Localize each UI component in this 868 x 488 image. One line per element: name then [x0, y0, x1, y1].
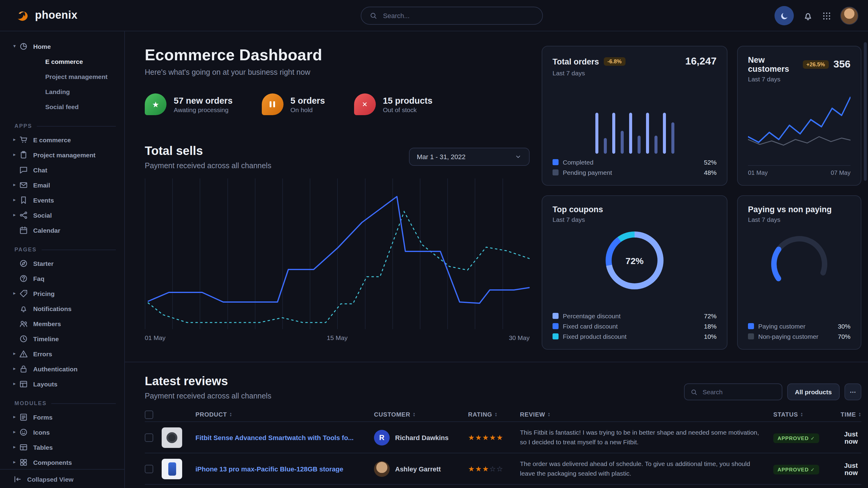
kpi-cards: Total orders -6.8% 16,247 Last 7 days Co… — [542, 46, 861, 350]
notifications-button[interactable] — [803, 10, 813, 21]
sidebar-item-ecommerce-app[interactable]: E commerce — [0, 132, 124, 147]
column-product[interactable]: PRODUCT — [195, 411, 374, 418]
new-customers-chart — [748, 90, 850, 150]
all-products-button[interactable]: All products — [787, 383, 840, 400]
reviews-search-input[interactable] — [701, 388, 775, 396]
global-search-input[interactable] — [382, 11, 534, 20]
sidebar-item-authentication[interactable]: Authentication — [0, 361, 124, 376]
theme-toggle-button[interactable] — [775, 6, 794, 25]
sidebar-item-pricing[interactable]: Pricing — [0, 286, 124, 301]
reviews-table-header: PRODUCT CUSTOMER RATING REVIEW STATUS TI… — [145, 408, 861, 422]
product-thumbnail[interactable] — [162, 427, 182, 448]
coupons-donut-chart: 72% — [606, 231, 663, 289]
product-thumbnail[interactable] — [162, 458, 182, 479]
column-customer[interactable]: CUSTOMER — [374, 411, 468, 418]
collapse-sidebar-button[interactable]: Collapsed View — [0, 469, 124, 488]
users-icon — [19, 319, 28, 328]
reviews-search[interactable] — [684, 383, 782, 400]
date-range-select[interactable]: Mar 1 - 31, 2022 — [409, 148, 530, 166]
moon-icon — [780, 11, 789, 20]
sidebar-item-members[interactable]: Members — [0, 316, 124, 331]
tag-icon — [19, 289, 28, 297]
new-customers-badge: +26.5% — [803, 60, 829, 69]
sidebar-item-chat[interactable]: Chat — [0, 162, 124, 177]
question-icon — [19, 274, 28, 283]
stat-out-of-stock: ✕ 15 productsOut of stock — [354, 93, 433, 115]
sidebar-subitem-project-management[interactable]: Project management — [0, 69, 124, 84]
sidebar-item-home[interactable]: Home — [0, 39, 124, 54]
sidebar-item-email[interactable]: Email — [0, 177, 124, 192]
chevron-down-icon — [515, 153, 522, 160]
apps-grid-button[interactable] — [822, 11, 831, 20]
orders-bar-chart — [553, 76, 717, 159]
sidebar-subitem-social-feed[interactable]: Social feed — [0, 99, 124, 114]
status-badge: APPROVED — [773, 433, 819, 443]
legend-completed: Completed52% — [553, 159, 717, 166]
select-all-checkbox[interactable] — [145, 410, 153, 419]
sidebar-item-faq[interactable]: Faq — [0, 271, 124, 286]
new-customers-card: New customers +26.5% 356 Last 7 days 01 … — [737, 46, 861, 186]
sidebar-item-calendar[interactable]: Calendar — [0, 223, 124, 237]
legend-pending: Pending payment48% — [553, 169, 717, 176]
customer-cell[interactable]: R Richard Dawkins — [374, 429, 468, 445]
page-scrollbar-thumb[interactable] — [864, 42, 867, 181]
stat-new-orders: ★ 57 new ordersAwating processing — [145, 93, 232, 115]
sidebar-item-forms[interactable]: Forms — [0, 409, 124, 424]
brand-name: phoenix — [35, 9, 78, 22]
components-icon — [19, 458, 28, 466]
more-options-button[interactable]: ⋯ — [844, 383, 861, 400]
column-time[interactable]: TIME — [831, 411, 861, 418]
sidebar-item-tables[interactable]: Tables — [0, 440, 124, 455]
user-avatar[interactable] — [840, 7, 858, 25]
sort-icon — [229, 412, 232, 417]
card-period: Last 7 days — [553, 216, 717, 223]
product-link[interactable]: Fitbit Sense Advanced Smartwatch with To… — [195, 434, 374, 441]
sort-icon — [858, 412, 861, 417]
total-sells-title: Total sells — [145, 144, 272, 158]
rating-stars: ★★★☆☆ — [468, 464, 520, 473]
column-status[interactable]: STATUS — [773, 411, 831, 418]
out-of-stock-x-icon: ✕ — [354, 93, 376, 115]
cart-icon — [19, 135, 28, 144]
sidebar-item-icons[interactable]: Icons — [0, 424, 124, 440]
column-review[interactable]: REVIEW — [520, 411, 773, 418]
sells-x-axis: 01 May 15 May 30 May — [145, 334, 530, 341]
coupons-center-value: 72% — [606, 231, 663, 289]
global-search[interactable] — [361, 7, 543, 25]
sidebar-section-apps: APPS — [14, 121, 116, 131]
sidebar-item-label: Home — [33, 42, 51, 50]
sidebar-item-components[interactable]: Components — [0, 455, 124, 469]
customer-photo-avatar — [374, 461, 390, 477]
bell-icon — [19, 304, 28, 313]
chat-icon — [19, 165, 28, 174]
clock-icon — [19, 334, 28, 343]
sidebar-item-events[interactable]: Events — [0, 192, 124, 207]
customer-cell[interactable]: Ashley Garrett — [374, 461, 468, 477]
caret-down-icon — [13, 43, 19, 49]
layout-icon — [19, 380, 28, 388]
sidebar-item-social[interactable]: Social — [0, 207, 124, 223]
sidebar-item-timeline[interactable]: Timeline — [0, 331, 124, 346]
sidebar-item-starter[interactable]: Starter — [0, 256, 124, 271]
reviews-subtitle: Payment received across all channels — [145, 392, 272, 400]
product-link[interactable]: iPhone 13 pro max-Pacific Blue-128GB sto… — [195, 465, 374, 472]
quick-stats: ★ 57 new ordersAwating processing 5 orde… — [145, 93, 530, 115]
sidebar-item-errors[interactable]: Errors — [0, 346, 124, 361]
sidebar-subitem-landing[interactable]: Landing — [0, 84, 124, 99]
sidebar-item-notifications[interactable]: Notifications — [0, 301, 124, 316]
total-orders-value: 16,247 — [685, 56, 717, 67]
legend-paying: Paying customer30% — [748, 323, 850, 330]
sidebar-item-project-management-app[interactable]: Project management — [0, 147, 124, 162]
sidebar-section-pages: PAGES — [14, 245, 116, 254]
sidebar-subitem-ecommerce[interactable]: E commerce — [0, 54, 124, 69]
smile-icon — [19, 428, 28, 436]
topbar: phoenix — [0, 0, 868, 31]
customer-initial-avatar: R — [374, 429, 390, 445]
sidebar-item-layouts[interactable]: Layouts — [0, 376, 124, 391]
row-checkbox[interactable] — [145, 464, 153, 473]
phoenix-logo-icon — [16, 8, 30, 23]
brand[interactable]: phoenix — [0, 8, 78, 23]
row-checkbox[interactable] — [145, 433, 153, 442]
total-sells-subtitle: Payment received across all channels — [145, 162, 272, 170]
column-rating[interactable]: RATING — [468, 411, 520, 418]
